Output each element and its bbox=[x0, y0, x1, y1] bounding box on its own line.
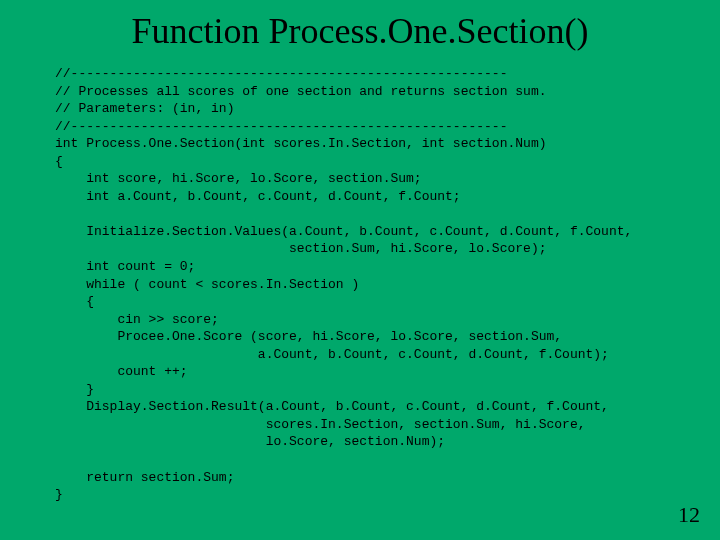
code-block: //--------------------------------------… bbox=[55, 65, 675, 504]
page-number: 12 bbox=[678, 502, 700, 528]
slide-title: Function Process.One.Section() bbox=[0, 10, 720, 52]
slide: Function Process.One.Section() //-------… bbox=[0, 0, 720, 540]
